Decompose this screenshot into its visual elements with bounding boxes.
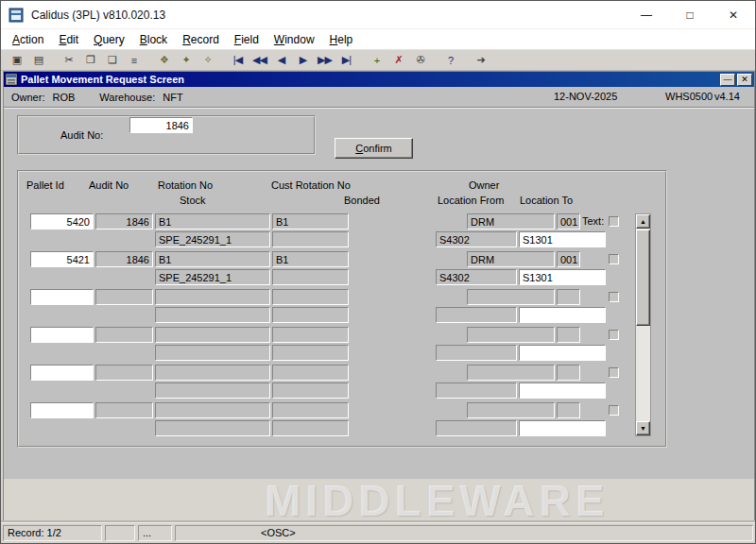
toolbar-button[interactable]: ✦	[175, 51, 197, 70]
location-to-field[interactable]	[519, 382, 606, 399]
toolbar-button[interactable]: ◀◀	[249, 51, 270, 70]
audit-no-field	[95, 365, 153, 381]
menu-item[interactable]: Action	[5, 31, 51, 48]
rotation-no-field: B1	[155, 251, 270, 267]
toolbar-button[interactable]: ❖	[153, 51, 175, 70]
pallet-id-field[interactable]	[30, 251, 94, 267]
menu-item[interactable]: Block	[132, 31, 175, 48]
header-pallet-id: Pallet Id	[26, 179, 64, 191]
owner-field	[467, 327, 555, 343]
location-to-field[interactable]	[519, 231, 606, 247]
menu-item[interactable]: Field	[227, 31, 266, 48]
pallet-id-field[interactable]	[30, 327, 94, 343]
text-checkbox[interactable]	[609, 405, 619, 416]
window-titlebar[interactable]: Calidus (3PL) v810.020.13 — □ ✕	[1, 1, 755, 29]
owner-field: DRM	[467, 213, 555, 230]
text-checkbox[interactable]	[609, 254, 619, 264]
rotation-no-field	[155, 402, 270, 418]
toolbar-button[interactable]: ▶	[292, 51, 314, 70]
mdi-background: MIDDLEWARE	[4, 479, 754, 525]
location-to-field[interactable]	[519, 307, 606, 323]
header-rotation-no: Rotation No	[158, 179, 213, 191]
toolbar-button[interactable]: ▤	[27, 51, 49, 70]
maximize-button[interactable]: □	[668, 1, 712, 28]
close-button[interactable]: ✕	[712, 1, 755, 28]
seq-field	[557, 327, 580, 343]
owner-field: DRM	[467, 251, 555, 267]
toolbar-button[interactable]: ◀	[270, 51, 292, 70]
audit-panel: Audit No:	[17, 115, 316, 155]
child-window-titlebar[interactable]: Pallet Movement Request Screen — ✕	[4, 72, 754, 87]
location-from-field: S4302	[436, 231, 517, 247]
toolbar-button[interactable]: ✇	[409, 51, 431, 70]
header-owner: Owner	[469, 179, 499, 191]
pallet-id-field[interactable]	[30, 289, 94, 305]
stock-field: SPE_245291_1	[155, 269, 270, 285]
grid-row: 1846 B1 B1 DRM 001 SPE_245291_1	[19, 251, 665, 289]
bonded-field	[272, 345, 349, 361]
location-to-field[interactable]	[519, 345, 606, 361]
header-stock: Stock	[180, 195, 206, 206]
pallet-id-field[interactable]	[30, 365, 94, 381]
stock-field: SPE_245291_1	[155, 231, 270, 247]
menu-item[interactable]: Edit	[51, 31, 86, 48]
location-from-field	[436, 420, 517, 436]
save-icon: ▣	[12, 54, 21, 66]
insert-record-icon: +	[374, 55, 379, 66]
toolbar-button[interactable]: ?	[439, 51, 461, 70]
rotation-no-field	[155, 365, 270, 381]
minimize-button[interactable]: —	[625, 1, 668, 28]
previous-block-icon: ◀◀	[252, 54, 266, 66]
toolbar-button[interactable]: ≡	[123, 51, 145, 70]
confirm-button[interactable]: Confirm	[335, 138, 413, 159]
location-to-field[interactable]	[519, 420, 606, 436]
enter-query-icon: ❖	[160, 54, 168, 66]
toolbar-button[interactable]: ✗	[387, 51, 409, 70]
cust-rotation-no-field	[272, 289, 349, 305]
first-record-icon: |◀	[233, 54, 242, 66]
pallet-id-field[interactable]	[30, 213, 94, 230]
status-dots[interactable]: ...	[138, 525, 172, 541]
toolbar-button[interactable]: +	[366, 51, 387, 70]
context-header: Owner: ROB Warehouse: NFT 12-NOV-2025 WH…	[4, 87, 754, 108]
warehouse-label: Warehouse:	[99, 92, 155, 103]
scroll-down-button[interactable]: ▼	[636, 421, 650, 435]
toolbar-button[interactable]: ➔	[470, 51, 491, 70]
stock-field	[155, 382, 270, 399]
scroll-thumb[interactable]	[636, 230, 650, 326]
menu-item[interactable]: Window	[266, 31, 322, 48]
toolbar-button[interactable]: ❐	[79, 51, 101, 70]
owner-field	[467, 402, 555, 418]
owner-value: ROB	[52, 92, 75, 103]
text-checkbox[interactable]	[609, 292, 619, 302]
text-label: Text:	[582, 215, 604, 227]
pallet-grid-panel: Pallet Id Audit No Rotation No Cust Rota…	[17, 170, 667, 448]
menu-item[interactable]: Record	[175, 31, 227, 48]
child-close-button[interactable]: ✕	[737, 74, 752, 86]
audit-no-field: 1846	[95, 251, 153, 267]
header-cust-rotation-no: Cust Rotation No	[271, 179, 351, 191]
pallet-id-field[interactable]	[30, 402, 94, 418]
audit-no-input[interactable]	[129, 117, 193, 133]
text-checkbox[interactable]	[609, 330, 619, 340]
scroll-up-button[interactable]: ▲	[636, 214, 650, 229]
toolbar-button[interactable]: ✂	[58, 51, 79, 70]
toolbar-button[interactable]: ▣	[6, 51, 27, 70]
owner-label: Owner:	[11, 92, 44, 103]
menu-item[interactable]: Query	[86, 31, 132, 48]
grid-scrollbar[interactable]: ▲ ▼	[635, 213, 651, 436]
toolbar-button[interactable]: ❏	[101, 51, 123, 70]
toolbar-button[interactable]: ✧	[197, 51, 218, 70]
audit-no-label: Audit No:	[60, 129, 103, 141]
toolbar-button[interactable]: ▶▶	[314, 51, 335, 70]
text-checkbox[interactable]	[609, 216, 619, 227]
menu-item[interactable]: Help	[322, 31, 361, 48]
cust-rotation-no-field: B1	[272, 251, 349, 267]
grid-row	[19, 365, 665, 402]
toolbar-button[interactable]: |◀	[227, 51, 249, 70]
toolbar-button[interactable]: ▶|	[335, 51, 357, 70]
location-to-field[interactable]	[519, 269, 606, 285]
text-checkbox[interactable]	[609, 367, 619, 378]
child-minimize-button[interactable]: —	[720, 74, 735, 86]
seq-field	[557, 289, 580, 305]
